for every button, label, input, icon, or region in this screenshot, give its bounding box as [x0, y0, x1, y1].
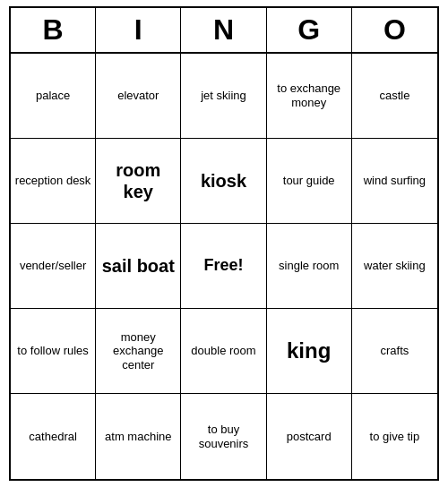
bingo-cell-0: palace: [11, 54, 96, 139]
bingo-grid: palaceelevatorjet skiingto exchange mone…: [11, 54, 437, 479]
bingo-card: BINGO palaceelevatorjet skiingto exchang…: [9, 6, 439, 481]
bingo-cell-8: tour guide: [267, 139, 352, 224]
header-letter-I: I: [96, 8, 181, 52]
bingo-cell-10: vender/seller: [11, 224, 96, 309]
bingo-cell-23: postcard: [267, 394, 352, 479]
bingo-cell-4: castle: [352, 54, 437, 139]
bingo-cell-17: double room: [181, 309, 266, 394]
header-letter-G: G: [267, 8, 352, 52]
bingo-cell-18: king: [267, 309, 352, 394]
bingo-cell-15: to follow rules: [11, 309, 96, 394]
header-letter-B: B: [11, 8, 96, 52]
bingo-cell-21: atm machine: [96, 394, 181, 479]
bingo-cell-14: water skiing: [352, 224, 437, 309]
bingo-cell-5: reception desk: [11, 139, 96, 224]
bingo-header: BINGO: [11, 8, 437, 54]
bingo-cell-1: elevator: [96, 54, 181, 139]
bingo-cell-12: Free!: [181, 224, 266, 309]
bingo-cell-6: room key: [96, 139, 181, 224]
bingo-cell-9: wind surfing: [352, 139, 437, 224]
bingo-cell-24: to give tip: [352, 394, 437, 479]
bingo-cell-11: sail boat: [96, 224, 181, 309]
bingo-cell-13: single room: [267, 224, 352, 309]
bingo-cell-3: to exchange money: [267, 54, 352, 139]
header-letter-O: O: [352, 8, 437, 52]
bingo-cell-7: kiosk: [181, 139, 266, 224]
bingo-cell-19: crafts: [352, 309, 437, 394]
bingo-cell-16: money exchange center: [96, 309, 181, 394]
bingo-cell-2: jet skiing: [181, 54, 266, 139]
bingo-cell-22: to buy souvenirs: [181, 394, 266, 479]
bingo-cell-20: cathedral: [11, 394, 96, 479]
header-letter-N: N: [181, 8, 266, 52]
